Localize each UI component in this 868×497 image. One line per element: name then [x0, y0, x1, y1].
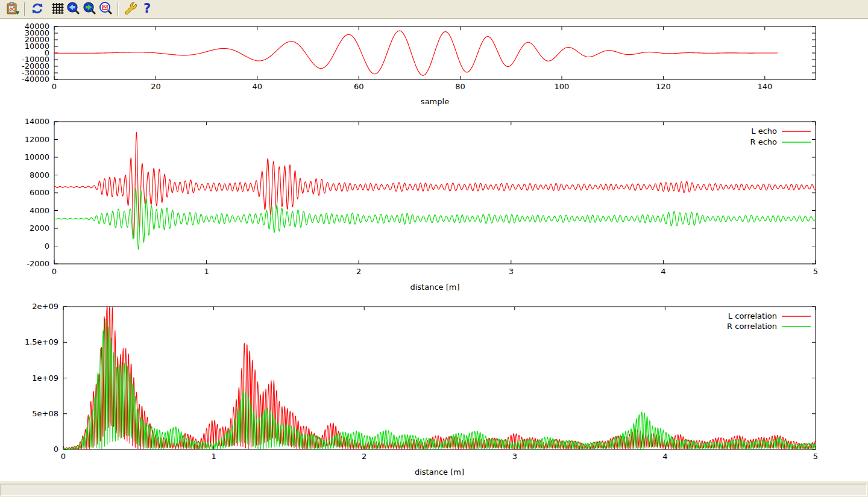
y-tick-label: 5e+08: [32, 409, 58, 418]
x-tick-label: 3: [512, 452, 517, 461]
x-tick-label: 1: [211, 452, 216, 461]
x-tick-label: 140: [757, 82, 772, 91]
plot-canvas-area: 020406080100120140400003000020000100000-…: [0, 19, 868, 481]
zoom-fit-icon: [99, 1, 113, 17]
y-tick-label: 14000: [25, 117, 49, 126]
y-tick-label: 12000: [25, 135, 49, 144]
y-tick-label: 2e+09: [32, 302, 58, 311]
toggle-grid-button[interactable]: [49, 1, 65, 17]
y-tick-label: 10000: [25, 152, 49, 161]
x-tick-label: 60: [354, 82, 364, 91]
x-tick-label: 2: [356, 267, 361, 276]
x-tick-label: 5: [813, 452, 818, 461]
y-tick-label: 4000: [30, 206, 49, 215]
x-tick-label: 0: [52, 267, 57, 276]
x-axis-title: distance [m]: [415, 467, 464, 477]
toolbar: ?: [0, 0, 868, 19]
x-tick-label: 2: [362, 452, 366, 461]
x-tick-label: 4: [661, 267, 665, 276]
x-tick-label: 0: [52, 82, 57, 91]
trace-r-echo: [54, 189, 816, 249]
svg-text:?: ?: [143, 1, 150, 16]
x-tick-label: 120: [656, 82, 671, 91]
x-axis-title: sample: [421, 97, 449, 106]
previous-zoom-button[interactable]: [65, 1, 81, 17]
trace-r-correlation: [63, 319, 816, 449]
plot-border: [54, 122, 816, 264]
correlation-plot[interactable]: 01234505e+081e+091.5e+092e+09distance [m…: [25, 302, 818, 477]
autoscale-button[interactable]: [98, 1, 114, 17]
x-tick-label: 3: [509, 267, 514, 276]
refresh-icon: [30, 1, 45, 17]
help-icon: ?: [140, 1, 154, 17]
echo-plot[interactable]: 01234514000120001000080006000400020000-2…: [25, 117, 819, 292]
y-tick-label: -40000: [22, 75, 49, 84]
x-tick-label: 0: [61, 452, 66, 461]
zoom-next-icon: [83, 1, 97, 17]
x-axis-title: distance [m]: [410, 283, 459, 292]
y-tick-label: 1e+09: [32, 374, 58, 383]
status-bar: [1, 484, 867, 496]
toolbar-separator: [24, 2, 25, 16]
y-tick-label: 0: [45, 242, 49, 251]
next-zoom-button[interactable]: [81, 1, 98, 17]
x-tick-label: 100: [555, 82, 570, 91]
y-tick-label: 2000: [30, 223, 49, 233]
toolbar-separator: [118, 2, 119, 16]
y-tick-label: 8000: [30, 170, 49, 180]
x-tick-label: 80: [455, 82, 465, 91]
configure-button[interactable]: [122, 1, 139, 17]
sample-plot[interactable]: 020406080100120140400003000020000100000-…: [22, 22, 816, 106]
zoom-previous-icon: [66, 1, 81, 17]
y-tick-label: 6000: [30, 188, 49, 197]
legend-label: L correlation: [728, 311, 777, 320]
grid-icon: [50, 1, 64, 17]
x-tick-label: 1: [204, 267, 209, 276]
legend-label: R correlation: [727, 322, 777, 331]
wrench-icon: [124, 1, 138, 17]
copy-to-clipboard-button[interactable]: [4, 1, 20, 17]
x-tick-label: 4: [662, 452, 667, 461]
help-button[interactable]: ?: [139, 1, 155, 17]
plot-canvas[interactable]: 020406080100120140400003000020000100000-…: [0, 19, 868, 481]
y-tick-label: 1.5e+09: [25, 337, 58, 346]
x-tick-label: 5: [813, 267, 818, 276]
x-tick-label: 40: [253, 82, 263, 91]
x-tick-label: 20: [151, 82, 161, 91]
y-tick-label: -2000: [27, 259, 49, 268]
y-tick-label: 0: [54, 445, 58, 454]
trace-chirp-pulse: [54, 31, 778, 75]
legend-label: L echo: [751, 127, 777, 136]
legend-label: R echo: [750, 137, 777, 146]
replot-button[interactable]: [29, 1, 45, 17]
copy-plot-icon: [5, 1, 20, 17]
